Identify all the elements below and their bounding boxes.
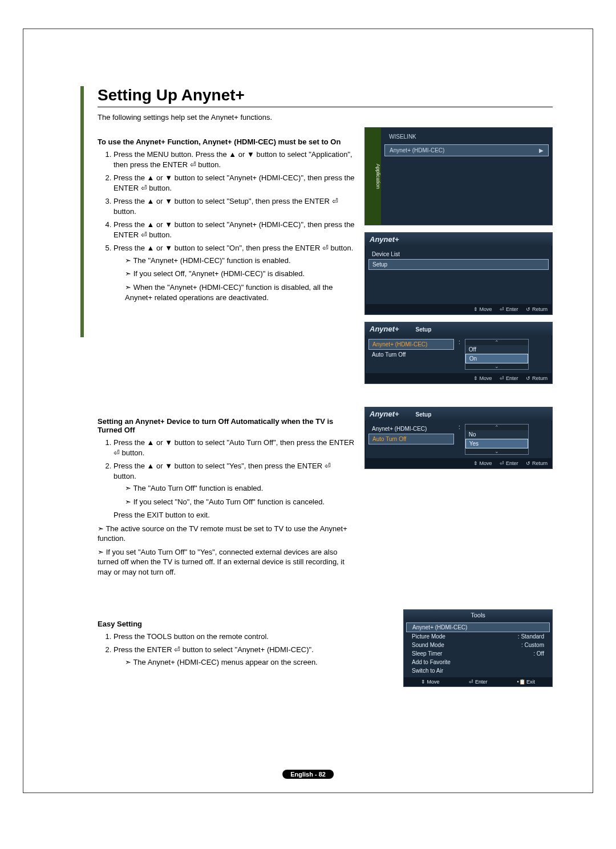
- chevron-up-icon: ⌃: [465, 424, 528, 430]
- step-item: Press the ENTER ⏎ button to select "Anyn…: [114, 645, 355, 667]
- hint-move: ⇕ Move: [473, 460, 492, 466]
- osd-tools-menu: Tools Anynet+ (HDMI-CEC) Picture Mode : …: [403, 609, 553, 687]
- tools-row-picture[interactable]: Picture Mode : Standard: [406, 632, 550, 641]
- chevron-down-icon: ⌄: [465, 363, 528, 369]
- option-off[interactable]: Off: [465, 345, 528, 354]
- chevron-down-icon: ⌄: [465, 448, 528, 454]
- step-item: Press the ▲ or ▼ button to select "Anyne…: [114, 220, 355, 240]
- tools-row-sound[interactable]: Sound Mode : Custom: [406, 641, 550, 649]
- section1-heading: To use the Anynet+ Function, Anynet+ (HD…: [98, 138, 355, 146]
- tools-row-value: Custom: [525, 642, 544, 648]
- hint-enter: ⏎ Enter: [500, 306, 518, 312]
- note-item: The active source on the TV remote must …: [98, 524, 355, 544]
- sub-item: If you select Off, "Anynet+ (HDMI-CEC)" …: [125, 269, 355, 279]
- osd-setup-auto: Anynet+ Setup Anynet+ (HDMI-CEC) Auto Tu…: [364, 407, 553, 469]
- step-item: Press the ▲ or ▼ button to select "On", …: [114, 243, 355, 302]
- dropdown-auto-options[interactable]: ⌃ No Yes ⌄: [465, 424, 529, 455]
- step-text: Press the ENTER ⏎ button to select "Anyn…: [114, 645, 314, 654]
- sub-item: The "Auto Turn Off" function is enabled.: [125, 483, 355, 494]
- step-item: Press the ▲ or ▼ button to select "Auto …: [114, 438, 355, 458]
- app-menu-item[interactable]: WISELINK: [384, 131, 549, 142]
- hint-move: ⇕ Move: [473, 375, 492, 381]
- step-item: Press the TOOLS button on the remote con…: [114, 632, 355, 642]
- section-accent-bar: [80, 86, 84, 337]
- step-text: Press the ▲ or ▼ button to select "On", …: [114, 244, 353, 252]
- section3-sublist: The Anynet+ (HDMI-CEC) menus appear on t…: [114, 657, 355, 668]
- step-item: Press the ▲ or ▼ button to select "Yes",…: [114, 461, 355, 520]
- option-no[interactable]: No: [465, 430, 528, 439]
- step-text: Press the ▲ or ▼ button to select "Yes",…: [114, 462, 331, 480]
- setup-row-auto-turn-off[interactable]: Auto Turn Off: [368, 350, 454, 359]
- section2-heading: Setting an Anynet+ Device to turn Off Au…: [98, 417, 355, 434]
- app-menu-item-selected[interactable]: Anynet+ (HDMI-CEC) ▶: [384, 144, 549, 156]
- tools-row-label: Sleep Timer: [412, 650, 442, 657]
- sub-item: When the "Anynet+ (HDMI-CEC)" function i…: [125, 282, 355, 302]
- application-tab-label: Application: [365, 128, 381, 225]
- hint-exit: •📋 Exit: [517, 679, 535, 685]
- menu-item-device-list[interactable]: Device List: [368, 249, 549, 259]
- osd-footer-hints: ⇕ Move ⏎ Enter ↺ Return: [365, 304, 552, 314]
- step5-sublist: The "Anynet+ (HDMI-CEC)" function is ena…: [114, 256, 355, 302]
- tools-row-sleep[interactable]: Sleep Timer : Off: [406, 649, 550, 658]
- section2-steps: Press the ▲ or ▼ button to select "Auto …: [98, 438, 355, 520]
- step-item: Press the ▲ or ▼ button to select "Anyne…: [114, 173, 355, 193]
- intro-text: The following settings help set the Anyn…: [98, 113, 553, 122]
- tools-footer-hints: ⇕ Move ⏎ Enter •📋 Exit: [404, 677, 552, 686]
- hint-enter: ⏎ Enter: [469, 679, 487, 685]
- sub-item: If you select "No", the "Auto Turn Off" …: [125, 497, 355, 507]
- option-on[interactable]: On: [465, 354, 528, 363]
- setup-title: Setup: [416, 411, 432, 418]
- tools-row-favorite[interactable]: Add to Favorite: [406, 658, 550, 666]
- page-number-badge: English - 82: [282, 770, 334, 779]
- setup-title: Setup: [416, 326, 432, 333]
- anynet-brand: Anynet+: [365, 233, 552, 246]
- brand-label: Anynet+: [370, 325, 399, 333]
- tools-row-value: Off: [537, 650, 544, 657]
- tools-row-label: Picture Mode: [412, 633, 445, 640]
- exit-line: Press the EXIT button to exit.: [114, 510, 355, 520]
- osd-footer-hints: ⇕ Move ⏎ Enter ↺ Return: [365, 373, 552, 383]
- sub-item: The "Anynet+ (HDMI-CEC)" function is ena…: [125, 256, 355, 266]
- tools-row-label: Anynet+ (HDMI-CEC): [412, 624, 467, 630]
- brand-label: Anynet+: [370, 410, 399, 418]
- hint-enter: ⏎ Enter: [500, 375, 518, 381]
- setup-row-anynet[interactable]: Anynet+ (HDMI-CEC): [368, 339, 454, 350]
- osd-footer-hints: ⇕ Move ⏎ Enter ↺ Return: [365, 458, 552, 468]
- app-item-label: Anynet+ (HDMI-CEC): [390, 147, 444, 153]
- page-title: Setting Up Anynet+: [98, 86, 553, 107]
- section3-heading: Easy Setting: [98, 620, 355, 628]
- section3-steps: Press the TOOLS button on the remote con…: [98, 632, 355, 668]
- tools-row-value: Standard: [521, 633, 544, 640]
- hint-return: ↺ Return: [526, 306, 548, 312]
- anynet-brand: Anynet+ Setup: [365, 322, 552, 335]
- step-item: Press the MENU button. Press the ▲ or ▼ …: [114, 149, 355, 169]
- hint-move: ⇕ Move: [421, 679, 440, 685]
- option-yes[interactable]: Yes: [465, 439, 528, 448]
- osd-anynet-menu: Anynet+ Device List Setup ⇕ Move ⏎ Enter…: [364, 232, 553, 315]
- tools-row-label: Sound Mode: [412, 642, 444, 648]
- chevron-right-icon: ▶: [539, 147, 544, 153]
- menu-item-setup[interactable]: Setup: [368, 259, 549, 270]
- osd-setup-on: Anynet+ Setup Anynet+ (HDMI-CEC) Auto Tu…: [364, 322, 553, 384]
- tools-row-label: Add to Favorite: [412, 659, 451, 665]
- tools-row-anynet[interactable]: Anynet+ (HDMI-CEC): [406, 622, 550, 632]
- hint-enter: ⏎ Enter: [500, 460, 518, 466]
- section1-steps: Press the MENU button. Press the ▲ or ▼ …: [98, 149, 355, 302]
- anynet-brand: Anynet+ Setup: [365, 407, 552, 421]
- osd-application-menu: Application WISELINK Anynet+ (HDMI-CEC) …: [364, 127, 553, 225]
- hint-move: ⇕ Move: [473, 306, 492, 312]
- sub-item: The Anynet+ (HDMI-CEC) menus appear on t…: [125, 657, 355, 668]
- tools-row-label: Switch to Air: [412, 668, 443, 674]
- setup-row-anynet[interactable]: Anynet+ (HDMI-CEC): [368, 424, 454, 434]
- section2-notes: The active source on the TV remote must …: [98, 524, 355, 577]
- hint-return: ↺ Return: [526, 375, 548, 381]
- step-item: Press the ▲ or ▼ button to select "Setup…: [114, 196, 355, 216]
- setup-row-auto-turn-off[interactable]: Auto Turn Off: [368, 434, 454, 444]
- dropdown-anynet-options[interactable]: ⌃ Off On ⌄: [465, 339, 529, 370]
- chevron-up-icon: ⌃: [465, 339, 528, 345]
- note-item: If you set "Auto Turn Off" to "Yes", con…: [98, 547, 355, 577]
- tools-row-switch[interactable]: Switch to Air: [406, 666, 550, 675]
- hint-return: ↺ Return: [526, 460, 548, 466]
- section2-sublist: The "Auto Turn Off" function is enabled.…: [114, 483, 355, 507]
- tools-title: Tools: [404, 610, 552, 620]
